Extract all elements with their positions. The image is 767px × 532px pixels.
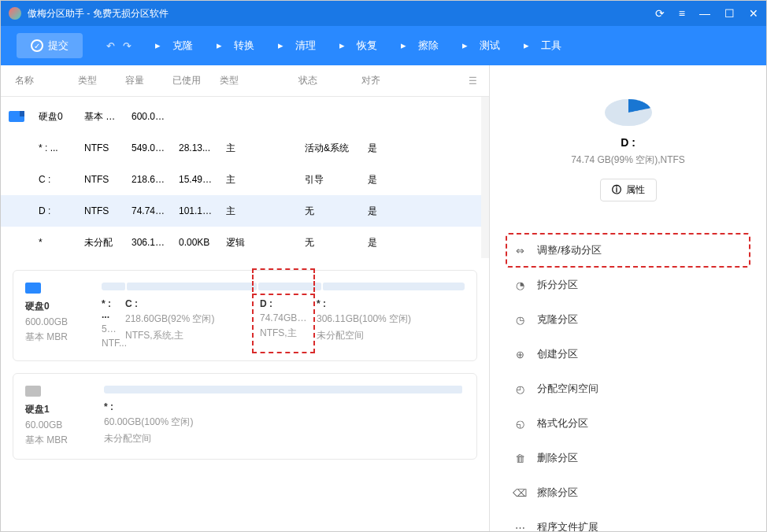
close-icon[interactable]: ✕: [749, 7, 758, 20]
action-label: 格式化分区: [537, 416, 588, 430]
action-label: 创建分区: [537, 347, 578, 361]
action-alloc[interactable]: ◴分配空闲空间: [506, 371, 750, 406]
action-wipe[interactable]: ⌫擦除分区: [506, 475, 750, 510]
scrollbar-thumb[interactable]: [483, 98, 487, 126]
disk-row[interactable]: 硬盘0基本 M...600.00...: [1, 101, 481, 132]
col-name: 名称: [9, 74, 72, 87]
toolbar-label: 恢复: [357, 39, 377, 53]
create-icon: ⊕: [512, 346, 528, 362]
redo-icon[interactable]: ↷: [123, 40, 132, 52]
toolbar-label: 测试: [480, 39, 500, 53]
toolbar-clean[interactable]: ▸清理: [278, 39, 316, 53]
convert-icon: ▸: [217, 39, 229, 52]
titlebar: 傲梅分区助手 - 免费无损分区软件 ⟳ ≡ — ☐ ✕: [1, 1, 766, 26]
toolbar-wipe[interactable]: ▸擦除: [401, 39, 439, 53]
action-label: 分配空闲空间: [537, 382, 598, 396]
window-title: 傲梅分区助手 - 免费无损分区软件: [28, 7, 655, 20]
action-delete[interactable]: 🗑删除分区: [506, 441, 750, 475]
recover-icon: ▸: [339, 39, 352, 52]
drive-name: D :: [506, 136, 750, 149]
format-icon: ◵: [512, 416, 528, 431]
partition-label[interactable]: * :306.11GB(100% 空闲)未分配空间: [317, 298, 458, 349]
drive-detail: 74.74 GB(99% 空闲),NTFS: [506, 153, 750, 167]
action-split[interactable]: ◔拆分分区: [506, 268, 750, 302]
partition-segment[interactable]: [127, 283, 257, 290]
resize-icon: ⇔: [512, 242, 528, 258]
list-view-icon[interactable]: ☰: [469, 76, 477, 87]
partition-row[interactable]: * : ...NTFS549.00...28.13...主活动&系统是: [1, 132, 481, 164]
col-type: 类型: [72, 74, 119, 87]
partition-label[interactable]: D :74.74GB(9...NTFS,主: [252, 294, 315, 353]
partition-label[interactable]: * :60.00GB(100% 空闲)未分配空间: [104, 401, 462, 445]
action-create[interactable]: ⊕创建分区: [506, 337, 750, 371]
check-icon: ✓: [31, 39, 43, 52]
action-more[interactable]: ⋯程序文件扩展: [506, 510, 750, 532]
action-format[interactable]: ◵格式化分区: [506, 406, 750, 441]
disk-info: 硬盘160.00GB基本 MBR: [25, 386, 92, 447]
partition-summary: D : 74.74 GB(99% 空闲),NTFS ⓘ 属性: [506, 77, 750, 217]
split-icon: ◔: [512, 277, 528, 293]
action-label: 程序文件扩展: [537, 520, 598, 532]
info-icon: ⓘ: [612, 183, 621, 197]
toolbar-recover[interactable]: ▸恢复: [339, 39, 377, 53]
action-label: 删除分区: [537, 451, 578, 465]
delete-icon: 🗑: [512, 450, 528, 466]
toolbar-label: 擦除: [418, 39, 439, 53]
test-icon: ▸: [462, 39, 475, 52]
col-align: 对齐: [355, 74, 393, 87]
pie-chart-icon: [601, 85, 656, 124]
disk-card: 硬盘160.00GB基本 MBR* :60.00GB(100% 空闲)未分配空间: [13, 373, 477, 460]
action-resize[interactable]: ⇔调整/移动分区: [506, 233, 750, 268]
action-label: 调整/移动分区: [537, 243, 602, 257]
tools-icon: ▸: [524, 39, 536, 52]
toolbar-label: 清理: [295, 39, 316, 53]
wipe-icon: ⌫: [512, 485, 528, 501]
undo-icon[interactable]: ↶: [106, 40, 115, 52]
action-clone[interactable]: ◷克隆分区: [506, 302, 750, 337]
menu-icon[interactable]: ≡: [679, 7, 685, 20]
partition-label[interactable]: * : ...549...NTF...: [102, 298, 125, 349]
action-label: 拆分分区: [537, 278, 578, 292]
action-label: 克隆分区: [537, 312, 578, 327]
maximize-icon[interactable]: ☐: [724, 7, 735, 20]
toolbar-test[interactable]: ▸测试: [462, 39, 500, 53]
minimize-icon[interactable]: —: [699, 7, 710, 20]
partition-row[interactable]: D :NTFS74.74GB101.16...主无是: [1, 195, 481, 227]
toolbar-clone[interactable]: ▸克隆: [155, 39, 193, 53]
toolbar-label: 克隆: [172, 39, 193, 53]
wipe-icon: ▸: [401, 39, 413, 52]
partition-row[interactable]: *未分配306.11...0.00KB逻辑无是: [1, 227, 481, 258]
toolbar-convert[interactable]: ▸转换: [217, 39, 254, 53]
clone-icon: ▸: [155, 39, 168, 52]
col-ptype: 类型: [213, 74, 292, 87]
disk-icon: [25, 283, 41, 294]
partition-segment[interactable]: [102, 283, 125, 290]
partition-label[interactable]: C :218.60GB(92% 空闲)NTFS,系统,主: [125, 298, 255, 349]
partition-bar: [104, 386, 465, 393]
properties-label: 属性: [626, 183, 645, 197]
refresh-icon[interactable]: ⟳: [655, 7, 665, 20]
app-logo-icon: [9, 7, 21, 20]
properties-button[interactable]: ⓘ 属性: [600, 179, 657, 201]
toolbar-label: 转换: [234, 39, 254, 53]
partition-segment[interactable]: [323, 283, 465, 290]
col-used: 已使用: [166, 74, 213, 87]
submit-button[interactable]: ✓ 提交: [17, 33, 83, 58]
toolbar-tools[interactable]: ▸工具: [524, 39, 561, 53]
table-header: 名称 类型 容量 已使用 类型 状态 对齐 ☰: [1, 65, 489, 97]
disk-card: 硬盘0600.00GB基本 MBR* : ...549...NTF...C :2…: [13, 270, 477, 361]
clone-icon: ◷: [512, 312, 528, 327]
col-status: 状态: [292, 74, 355, 87]
col-capacity: 容量: [119, 74, 166, 87]
action-label: 擦除分区: [537, 486, 578, 500]
partition-segment[interactable]: [104, 386, 462, 393]
toolbar-label: 工具: [541, 39, 561, 53]
disk-name: 硬盘0: [32, 110, 78, 124]
disk-info: 硬盘0600.00GB基本 MBR: [25, 283, 90, 349]
alloc-icon: ◴: [512, 381, 528, 397]
disk-icon: [9, 111, 24, 122]
submit-label: 提交: [48, 39, 69, 53]
disk-icon: [25, 386, 41, 397]
more-icon: ⋯: [512, 519, 528, 532]
partition-row[interactable]: C :NTFS218.60...15.49GB主引导是: [1, 164, 481, 195]
